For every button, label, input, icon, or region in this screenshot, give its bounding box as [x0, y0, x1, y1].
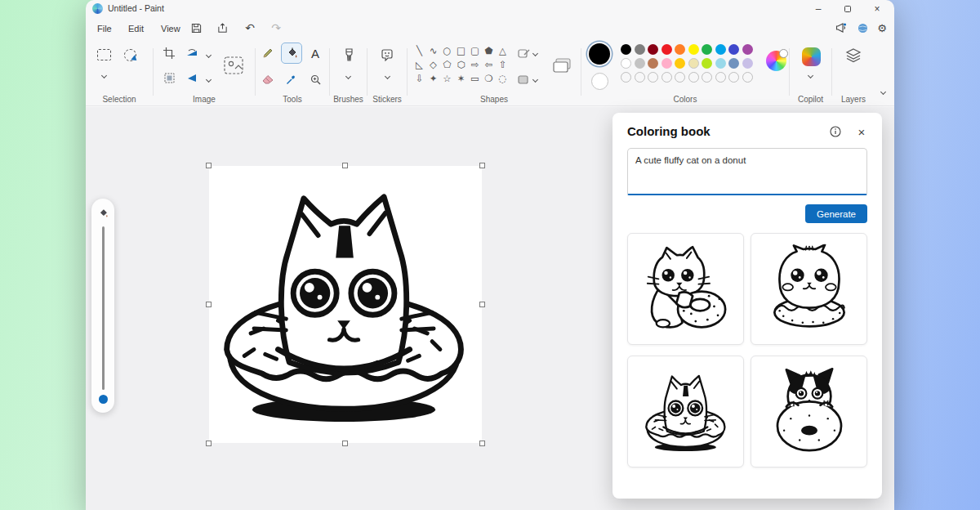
color-swatch[interactable]: [675, 44, 685, 55]
selection-handle-n[interactable]: [342, 163, 348, 168]
eyedropper-tool-icon[interactable]: [281, 69, 301, 89]
stickers-icon[interactable]: [377, 45, 397, 65]
color-swatch[interactable]: [648, 44, 658, 55]
stickers-dropdown-chevron[interactable]: [381, 71, 393, 81]
text-tool-icon[interactable]: A: [305, 43, 325, 63]
selected-image[interactable]: [209, 166, 482, 443]
shape-speech-round[interactable]: ◌: [496, 71, 510, 85]
selection-handle-ne[interactable]: [479, 163, 485, 168]
rotate-dropdown-chevron[interactable]: [198, 45, 218, 65]
color-swatch[interactable]: [728, 58, 739, 69]
rectangle-select-icon[interactable]: [94, 45, 114, 65]
color-swatch[interactable]: [621, 58, 631, 69]
info-icon[interactable]: [826, 123, 844, 141]
shape-outline-button[interactable]: [518, 48, 537, 59]
color-swatch[interactable]: [675, 58, 685, 69]
color-swatch[interactable]: [635, 58, 645, 69]
pencil-tool-icon[interactable]: [258, 43, 278, 63]
settings-gear-icon[interactable]: ⚙: [873, 20, 891, 36]
shape-line[interactable]: ╲: [412, 43, 426, 57]
generated-image-2[interactable]: [751, 233, 867, 345]
undo-button[interactable]: ↶: [241, 20, 259, 36]
resize-icon[interactable]: [159, 68, 179, 87]
redo-button[interactable]: ↷: [267, 20, 285, 36]
color-swatch[interactable]: [742, 44, 753, 55]
color-swatch[interactable]: [621, 44, 631, 55]
color-swatch-empty[interactable]: [702, 72, 712, 83]
shape-arrow-left[interactable]: ⇦: [482, 57, 496, 71]
color-swatch[interactable]: [702, 44, 712, 55]
shape-polygon[interactable]: ⬟: [482, 43, 496, 57]
generated-image-4[interactable]: [751, 356, 867, 468]
color-swatch[interactable]: [662, 58, 672, 69]
foreground-color-swatch[interactable]: [589, 43, 610, 65]
shape-curve[interactable]: ∿: [426, 43, 440, 57]
color-swatch[interactable]: [648, 58, 658, 69]
shape-rectangle[interactable]: □: [454, 43, 468, 57]
color-swatch-empty[interactable]: [621, 72, 631, 83]
shape-four-point-star[interactable]: ✦: [426, 71, 440, 85]
shape-speech-rect[interactable]: ▭: [468, 71, 482, 85]
shape-arrow-right[interactable]: ⇨: [468, 57, 482, 71]
shape-hexagon[interactable]: ⬡: [454, 57, 468, 71]
prompt-input[interactable]: A cute fluffy cat on a donut: [628, 149, 866, 194]
copilot-dropdown-chevron[interactable]: [804, 71, 816, 79]
generate-button[interactable]: Generate: [805, 204, 867, 223]
shape-arrow-down[interactable]: ⇩: [412, 71, 426, 85]
selection-dropdown-chevron[interactable]: [94, 69, 114, 81]
crop-icon[interactable]: [159, 43, 179, 63]
close-button[interactable]: ×: [863, 0, 891, 18]
image-options-icon[interactable]: [221, 53, 246, 78]
ribbon-overflow-chevron[interactable]: [876, 86, 889, 97]
shape-five-point-star[interactable]: ☆: [440, 71, 454, 85]
edit-colors-wheel-icon[interactable]: [766, 51, 786, 71]
color-swatch[interactable]: [715, 44, 726, 55]
selection-handle-nw[interactable]: [206, 163, 212, 168]
menu-view[interactable]: View: [156, 20, 185, 36]
color-swatch-empty[interactable]: [675, 72, 685, 83]
minimize-button[interactable]: –: [804, 0, 832, 18]
selection-handle-se[interactable]: [479, 441, 485, 446]
shape-pentagon[interactable]: ⬠: [440, 57, 454, 71]
color-swatch-empty[interactable]: [742, 72, 753, 83]
copilot-icon[interactable]: [801, 47, 821, 66]
shape-oval[interactable]: ○: [440, 43, 454, 57]
magnifier-tool-icon[interactable]: [305, 69, 325, 89]
color-swatch-empty[interactable]: [635, 72, 645, 83]
brushes-dropdown-chevron[interactable]: [342, 71, 354, 81]
generated-image-3[interactable]: [627, 356, 744, 468]
generated-image-1[interactable]: [627, 233, 744, 345]
save-button[interactable]: [187, 20, 205, 36]
color-swatch-empty[interactable]: [688, 72, 699, 83]
color-swatch[interactable]: [662, 44, 672, 55]
color-swatch[interactable]: [742, 58, 753, 69]
shape-right-triangle[interactable]: ◺: [412, 57, 426, 71]
shape-fill-button[interactable]: [518, 74, 537, 85]
panel-close-icon[interactable]: ×: [853, 123, 871, 141]
fill-tool-icon-selected[interactable]: [281, 42, 302, 64]
shape-triangle[interactable]: △: [496, 43, 510, 57]
eraser-tool-icon[interactable]: [258, 69, 278, 89]
color-swatch[interactable]: [688, 44, 699, 55]
color-swatch-empty[interactable]: [715, 72, 726, 83]
background-color-swatch[interactable]: [591, 73, 608, 90]
maximize-button[interactable]: [834, 0, 862, 18]
color-swatch-empty[interactable]: [648, 72, 658, 83]
ai-select-icon[interactable]: [120, 45, 140, 65]
flip-dropdown-chevron[interactable]: [198, 69, 218, 89]
copilot-globe-icon[interactable]: [853, 20, 871, 36]
shape-speech-oval[interactable]: ❍: [482, 71, 496, 85]
selection-handle-e[interactable]: [479, 302, 485, 307]
share-button[interactable]: [213, 20, 231, 36]
color-swatch-empty[interactable]: [728, 72, 739, 83]
selection-handle-s[interactable]: [342, 441, 348, 446]
shape-arrow-up[interactable]: ⇧: [496, 57, 510, 71]
feedback-button[interactable]: [832, 20, 850, 36]
color-swatch[interactable]: [715, 58, 726, 69]
color-swatch[interactable]: [635, 44, 645, 55]
shape-rounded-rectangle[interactable]: ▢: [468, 43, 482, 57]
slider-thumb[interactable]: [99, 395, 108, 404]
color-swatch-empty[interactable]: [662, 72, 672, 83]
layers-icon[interactable]: [844, 46, 863, 65]
selection-handle-sw[interactable]: [206, 441, 212, 446]
